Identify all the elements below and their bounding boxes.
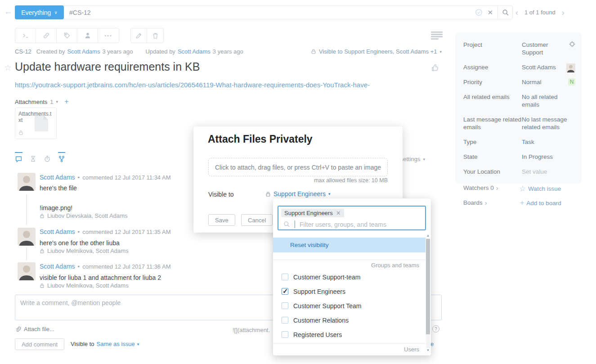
group-option[interactable]: Customer Support-team xyxy=(273,271,426,283)
updated-by-link[interactable]: Scott Adams xyxy=(178,48,211,55)
divider xyxy=(273,260,426,260)
attach-file-button[interactable]: Attach file... xyxy=(15,326,54,333)
scrollbar-track[interactable] xyxy=(426,238,430,348)
field-row-last-message-emails[interactable]: Last message related emails No last mess… xyxy=(455,112,582,135)
lock-icon xyxy=(40,283,45,288)
avatar[interactable] xyxy=(18,228,36,246)
remove-chip-icon[interactable]: ✕ xyxy=(336,210,341,216)
search-button[interactable] xyxy=(497,5,513,19)
field-row-assignee[interactable]: Assignee Scott Adams xyxy=(455,60,582,75)
covered-link-fragment[interactable]: e xyxy=(430,341,434,347)
help-icon[interactable]: ? xyxy=(432,325,439,333)
tab-comments[interactable] xyxy=(15,152,22,163)
group-option[interactable]: Customer Support Team xyxy=(273,300,426,312)
dropdown-scrollbar[interactable]: ▲ ▼ xyxy=(426,234,430,353)
users-section-header: Users xyxy=(404,346,419,353)
scroll-up-icon[interactable]: ▲ xyxy=(426,234,430,238)
next-result-icon[interactable]: › xyxy=(562,9,565,17)
trash-icon xyxy=(152,32,159,39)
field-value[interactable]: Scott Adams xyxy=(522,63,569,71)
field-value[interactable]: No last message related emails xyxy=(522,116,569,131)
edit-issue-button[interactable] xyxy=(131,28,147,43)
more-actions-button[interactable]: ••• xyxy=(98,28,119,43)
caret-down-icon: ▾ xyxy=(423,157,426,162)
issue-id[interactable]: CS-12 xyxy=(15,48,31,55)
field-row-priority[interactable]: Priority Normal N xyxy=(455,75,582,90)
attachments-header: Attachments 1 ▾ + xyxy=(15,97,69,106)
text-cursor xyxy=(295,220,295,228)
field-label: Priority xyxy=(463,78,522,86)
save-button[interactable]: Save xyxy=(208,214,235,226)
group-option[interactable]: Registered Users xyxy=(273,328,426,341)
comment-visibility-selector[interactable]: Visible to Same as issue ▾ xyxy=(71,341,139,347)
field-value[interactable]: In Progress xyxy=(522,153,569,161)
file-dropzone[interactable]: Click to attach, drag files, or press Ct… xyxy=(208,158,388,176)
checkbox[interactable] xyxy=(282,274,288,280)
field-value[interactable]: Normal xyxy=(522,78,569,86)
comment-author-link[interactable]: Scott Adams xyxy=(40,174,75,181)
plus-icon: + xyxy=(520,199,524,207)
field-value[interactable]: Task xyxy=(522,138,569,146)
comment-header: Scott Adams • commented 12 Jul 2017 11:3… xyxy=(40,228,170,235)
checkbox[interactable] xyxy=(282,317,288,324)
attachments-label[interactable]: Attachments xyxy=(15,99,47,105)
checkbox[interactable] xyxy=(282,288,288,295)
avatar[interactable] xyxy=(18,262,36,280)
visibility-filter-input[interactable] xyxy=(300,221,412,228)
search-context-button[interactable]: Everything ∨ xyxy=(15,5,64,19)
star-issue-icon[interactable]: ☆ xyxy=(4,63,12,73)
group-option[interactable]: Support Engineers xyxy=(273,285,426,297)
attachment-thumbnail[interactable]: Attachments.txt xyxy=(15,108,57,139)
field-row-all-related-emails[interactable]: All related emails No all related emails xyxy=(455,90,582,112)
field-value[interactable]: Set value xyxy=(522,168,569,175)
link-icon xyxy=(43,32,50,39)
comment-author-link[interactable]: Scott Adams xyxy=(40,228,75,235)
field-value[interactable]: No all related emails xyxy=(522,93,569,108)
watch-issue-button[interactable]: ☆ Watch issue xyxy=(519,184,561,193)
command-button[interactable] xyxy=(15,28,36,43)
issue-visibility-dropdown[interactable]: Visible to Support Engineers, Scott Adam… xyxy=(311,48,442,55)
tab-vcs-changes[interactable] xyxy=(58,152,65,163)
project-settings-gear-icon[interactable] xyxy=(569,41,575,47)
checkbox[interactable] xyxy=(282,331,288,338)
add-attachment-icon[interactable]: + xyxy=(64,97,69,106)
lock-icon xyxy=(40,248,45,254)
add-comment-button[interactable]: Add comment xyxy=(15,338,64,350)
field-row-state[interactable]: State In Progress xyxy=(455,149,582,164)
field-row-your-location[interactable]: Your Location Set value xyxy=(455,164,582,179)
watchers-toggle[interactable]: Watchers 0 › xyxy=(463,184,498,191)
field-value[interactable]: Customer Support xyxy=(522,41,569,56)
back-arrow-icon[interactable]: ← xyxy=(4,7,13,17)
comment-author-link[interactable]: Scott Adams xyxy=(40,263,75,270)
field-row-project[interactable]: Project Customer Support xyxy=(455,37,582,60)
clear-search-icon[interactable]: ✕ xyxy=(487,9,493,17)
created-by-link[interactable]: Scott Adams xyxy=(67,48,100,55)
search-input[interactable] xyxy=(64,9,475,16)
modal-visibility-selector[interactable]: Support Engineers ▾ xyxy=(265,190,331,198)
soft-wildcard-icon[interactable] xyxy=(475,9,483,16)
scrollbar-thumb[interactable] xyxy=(426,239,430,334)
prev-result-icon[interactable]: ‹ xyxy=(515,9,518,17)
assign-user-button[interactable] xyxy=(77,28,98,43)
tab-history[interactable] xyxy=(30,152,36,163)
delete-issue-button[interactable] xyxy=(147,28,163,43)
boards-toggle[interactable]: Boards › xyxy=(463,199,487,206)
add-to-board-button[interactable]: + Add to board xyxy=(520,199,561,207)
link-issue-button[interactable] xyxy=(36,28,57,43)
field-row-type[interactable]: Type Task xyxy=(455,135,582,149)
cancel-button[interactable]: Cancel xyxy=(241,214,273,226)
scroll-down-icon[interactable]: ▼ xyxy=(426,348,430,353)
avatar[interactable] xyxy=(18,173,36,191)
reset-visibility-option[interactable]: Reset visibility xyxy=(273,238,426,252)
description-link[interactable]: https://youtrack-support.jetbrains.com/h… xyxy=(15,81,370,89)
add-tag-button[interactable] xyxy=(57,28,77,43)
like-icon[interactable] xyxy=(431,63,439,72)
tab-time-tracking[interactable] xyxy=(44,152,51,163)
checkbox[interactable] xyxy=(282,302,288,309)
issue-fields-panel: Project Customer Support Assignee Scott … xyxy=(455,32,582,184)
field-label: Last message related emails xyxy=(463,116,522,131)
caret-down-icon[interactable]: ▾ xyxy=(56,99,58,104)
groups-section-header: Groups and teams xyxy=(371,262,419,269)
similar-issues-icon[interactable] xyxy=(431,31,443,40)
group-option[interactable]: Customer Relations xyxy=(273,314,426,326)
